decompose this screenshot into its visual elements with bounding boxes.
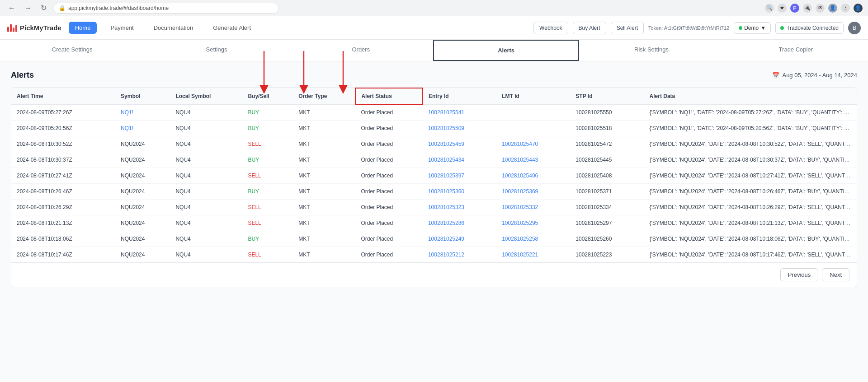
logo-icon [7,24,17,32]
cell-alert-time: 2024-08-08T10:17:46Z [11,247,115,263]
cell-alert-time: 2024-08-08T10:30:37Z [11,152,115,168]
date-range-text: Aug 05, 2024 - Aug 14, 2024 [782,72,857,79]
cell-entry-id[interactable]: 100281025323 [423,200,496,215]
cell-stp-id: 100281025518 [570,121,644,136]
cell-entry-id[interactable]: 100281025249 [423,231,496,247]
sub-nav: Create Settings Settings Orders Alerts R… [0,40,868,61]
previous-button[interactable]: Previous [780,268,819,281]
logo-bar-3 [13,28,14,32]
cell-order-type: MKT [293,215,355,231]
refresh-button[interactable]: ↻ [38,3,49,13]
col-entry-id: Entry Id [423,88,496,104]
subnav-create-settings[interactable]: Create Settings [0,40,144,61]
cell-lmt-id[interactable]: 100281025406 [496,168,570,184]
cell-stp-id: 100281025223 [570,247,644,263]
subnav-alerts[interactable]: Alerts [433,40,579,61]
cell-buy-sell: BUY [242,231,293,247]
cell-alert-data: {'SYMBOL': 'NQU2024', 'DATE': '2024-08-0… [644,231,857,247]
nav-payment[interactable]: Payment [104,22,140,34]
forward-button[interactable]: → [22,3,34,13]
demo-label: Demo [744,25,759,31]
cell-stp-id: 100281025371 [570,184,644,200]
search-icon[interactable]: 🔍 [765,4,774,13]
app-header: PickMyTrade Home Payment Documentation G… [0,16,868,40]
pagination: Previous Next [11,262,857,287]
cell-entry-id[interactable]: 100281025360 [423,184,496,200]
bookmark-icon[interactable]: ★ [778,4,787,13]
nav-documentation[interactable]: Documentation [147,22,199,34]
cell-lmt-id[interactable]: 100281025332 [496,200,570,215]
cell-alert-time: 2024-08-09T05:20:56Z [11,121,115,136]
user-avatar[interactable]: B [848,22,861,34]
cell-symbol[interactable]: NQ1! [115,121,170,136]
alerts-table: Alert Time Symbol Local Symbol Buy/Sell … [11,88,857,262]
col-stp-id: STP Id [570,88,644,104]
cell-entry-id[interactable]: 100281025541 [423,104,496,121]
cell-lmt-id[interactable]: 100281025369 [496,184,570,200]
cell-alert-time: 2024-08-08T10:30:52Z [11,136,115,152]
cell-entry-id[interactable]: 100281025434 [423,152,496,168]
cell-entry-id[interactable]: 100281025286 [423,215,496,231]
mail-icon[interactable]: ✉ [816,4,825,13]
url-bar[interactable]: 🔒 app.pickmytrade.trade/#/dashboard/home [53,3,279,14]
cell-alert-status: Order Placed [355,136,422,152]
table-row: 2024-08-08T10:21:13Z NQU2024 NQU4 SELL M… [11,215,857,231]
cell-order-type: MKT [293,104,355,121]
cell-entry-id[interactable]: 100281025459 [423,136,496,152]
date-range: 📅 Aug 05, 2024 - Aug 14, 2024 [772,72,857,79]
cell-lmt-id[interactable]: 100281025470 [496,136,570,152]
cell-lmt-id[interactable]: 100281025258 [496,231,570,247]
col-symbol: Symbol [115,88,170,104]
user-icon[interactable]: 👤 [854,4,863,13]
page-title: Alerts [11,70,34,80]
subnav-trade-copier[interactable]: Trade Copier [724,40,868,61]
back-button[interactable]: ← [5,3,18,13]
col-alert-time: Alert Time [11,88,115,104]
table-row: 2024-08-08T10:30:52Z NQU2024 NQU4 SELL M… [11,136,857,152]
cell-entry-id[interactable]: 100281025212 [423,247,496,263]
logo-bar-2 [10,24,12,32]
cell-symbol: NQU2024 [115,247,170,263]
cell-entry-id[interactable]: 100281025509 [423,121,496,136]
table-row: 2024-08-09T05:20:56Z NQ1! NQU4 BUY MKT O… [11,121,857,136]
tradovate-label: Tradovate Connected [787,25,839,31]
avatar-icon[interactable]: 👤 [828,4,837,13]
cell-alert-status: Order Placed [355,104,422,121]
cell-entry-id[interactable]: 100281025397 [423,168,496,184]
table-row: 2024-08-08T10:27:41Z NQU2024 NQU4 SELL M… [11,168,857,184]
cell-buy-sell: BUY [242,152,293,168]
cell-buy-sell: BUY [242,184,293,200]
cell-alert-time: 2024-08-08T10:26:46Z [11,184,115,200]
subnav-settings[interactable]: Settings [144,40,288,61]
next-button[interactable]: Next [822,268,849,281]
cell-symbol: NQU2024 [115,152,170,168]
cell-stp-id: 100281025334 [570,200,644,215]
cell-alert-time: 2024-08-08T10:21:13Z [11,215,115,231]
cell-local-symbol: NQU4 [170,184,242,200]
cell-lmt-id[interactable]: 100281025221 [496,247,570,263]
cell-order-type: MKT [293,152,355,168]
cell-lmt-id [496,121,570,136]
sell-alert-button[interactable]: Sell Alert [611,22,644,34]
subnav-risk-settings[interactable]: Risk Settings [579,40,723,61]
cell-lmt-id[interactable]: 100281025443 [496,152,570,168]
cell-lmt-id[interactable]: 100281025295 [496,215,570,231]
col-order-type: Order Type [293,88,355,104]
col-alert-data: Alert Data [644,88,857,104]
cell-alert-status: Order Placed [355,184,422,200]
cell-symbol[interactable]: NQ1! [115,104,170,121]
nav-generate-alert[interactable]: Generate Alert [207,22,257,34]
col-local-symbol: Local Symbol [170,88,242,104]
extension-icon[interactable]: P [790,4,799,13]
cell-alert-status: Order Placed [355,200,422,215]
menu-icon[interactable]: ⋮ [841,4,850,13]
webhook-button[interactable]: Webhook [533,22,568,34]
cell-local-symbol: NQU4 [170,215,242,231]
buy-alert-button[interactable]: Buy Alert [573,22,606,34]
cell-order-type: MKT [293,247,355,263]
subnav-orders[interactable]: Orders [289,40,433,61]
table-body: 2024-08-09T05:27:26Z NQ1! NQU4 BUY MKT O… [11,104,857,262]
plugin-icon[interactable]: 🔌 [803,4,812,13]
nav-home[interactable]: Home [69,22,97,34]
demo-select[interactable]: Demo ▼ [734,22,771,34]
